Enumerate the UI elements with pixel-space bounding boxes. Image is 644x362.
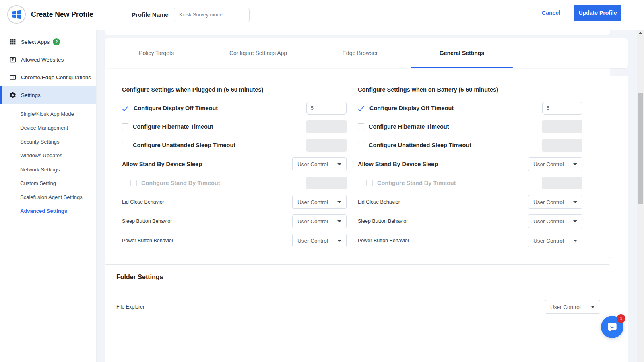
sidebar-item-custom-setting[interactable]: Custom Setting xyxy=(0,177,96,191)
standby-timeout-input xyxy=(542,177,582,189)
tab-configure-settings-app[interactable]: Configure Settings App xyxy=(207,38,309,68)
sidebar-item-select-apps[interactable]: Select Apps 2 xyxy=(0,33,96,51)
column-heading: Configure Settings when Plugged In (5-60… xyxy=(122,86,347,93)
checkbox-disabled xyxy=(366,180,373,186)
display-settings-section: Display Settings Configure Display Setti… xyxy=(105,40,610,258)
chat-notification-badge: 1 xyxy=(617,314,625,323)
unattended-sleep-timeout-input xyxy=(542,139,582,152)
on-battery-column: Configure Settings when on Battery (5-60… xyxy=(358,86,582,253)
sidebar-item-allowed-websites[interactable]: Allowed Websites xyxy=(0,51,96,68)
folder-settings-section: Folder Settings File Explorer User Contr… xyxy=(105,264,610,362)
hibernate-timeout-input xyxy=(542,120,582,133)
allow-standby-dropdown[interactable]: User Control xyxy=(292,157,347,171)
sidebar-item-label: Chrome/Edge Configurations xyxy=(21,74,91,80)
sidebar-item-security-settings[interactable]: Security Settings xyxy=(0,135,96,149)
setting-label: Allow Stand By Device Sleep xyxy=(358,161,438,167)
settings-submenu: Single/Kiosk App Mode Device Management … xyxy=(0,104,96,218)
sidebar-item-windows-updates[interactable]: Windows Updates xyxy=(0,149,96,163)
unattended-sleep-timeout-row: Configure Unattended Sleep Timeout xyxy=(122,139,347,152)
column-heading: Configure Settings when on Battery (5-60… xyxy=(358,86,582,93)
lid-close-dropdown[interactable]: User Control xyxy=(292,195,347,209)
sidebar-item-network-settings[interactable]: Network Settings xyxy=(0,162,96,177)
lid-close-row: Lid Close Behavior User Control xyxy=(358,195,582,209)
setting-label: Power Button Behavior xyxy=(122,238,173,243)
scroll-up-arrow-icon[interactable] xyxy=(639,32,642,34)
power-button-dropdown[interactable]: User Control xyxy=(528,234,582,247)
profile-name-label: Profile Name xyxy=(132,11,169,18)
display-off-timeout-row: Configure Display Off Timeout xyxy=(358,102,582,115)
checkbox-unchecked[interactable] xyxy=(122,142,128,148)
box-arrow-up-icon xyxy=(9,56,17,64)
sidebar-item-single-kiosk-app-mode[interactable]: Single/Kiosk App Mode xyxy=(0,107,96,121)
select-apps-count-badge: 2 xyxy=(53,38,60,45)
display-off-timeout-row: Configure Display Off Timeout xyxy=(122,102,347,115)
sidebar-item-device-management[interactable]: Device Management xyxy=(0,121,96,135)
checkbox-checked-icon[interactable] xyxy=(121,105,129,112)
display-off-timeout-input[interactable] xyxy=(542,102,582,115)
setting-label: Sleep Button Behavior xyxy=(358,218,408,224)
chevron-down-icon xyxy=(573,220,577,222)
chevron-down-icon xyxy=(337,163,341,165)
chevron-down-icon xyxy=(573,240,577,242)
checkbox-unchecked[interactable] xyxy=(122,123,128,130)
power-button-row: Power Button Behavior User Control xyxy=(122,234,347,247)
cancel-button[interactable]: Cancel xyxy=(542,10,560,16)
update-profile-button[interactable]: Update Profile xyxy=(574,5,621,21)
checkbox-label: Configure Unattended Sleep Timeout xyxy=(133,142,235,148)
windows-logo-icon xyxy=(7,5,26,24)
chevron-down-icon xyxy=(337,220,341,222)
section-title: Folder Settings xyxy=(116,274,599,281)
file-explorer-row: File Explorer User Control xyxy=(116,300,599,314)
power-button-dropdown[interactable]: User Control xyxy=(292,234,347,247)
lid-close-row: Lid Close Behavior User Control xyxy=(122,195,347,209)
sidebar-item-label: Settings xyxy=(21,92,41,98)
standby-timeout-row: Configure Stand By Timeout xyxy=(122,177,347,189)
setting-label: Lid Close Behavior xyxy=(358,199,400,205)
gear-icon xyxy=(9,91,17,99)
display-off-timeout-input[interactable] xyxy=(306,102,347,115)
checkbox-unchecked[interactable] xyxy=(358,142,364,148)
checkbox-label: Configure Stand By Timeout xyxy=(377,180,456,186)
standby-timeout-row: Configure Stand By Timeout xyxy=(358,177,582,189)
collapse-icon[interactable]: − xyxy=(85,91,88,99)
checkbox-label: Configure Stand By Timeout xyxy=(141,180,220,186)
sleep-button-dropdown[interactable]: User Control xyxy=(292,214,347,228)
checkbox-unchecked[interactable] xyxy=(358,123,364,130)
scrollbar-thumb[interactable] xyxy=(638,93,643,204)
plugged-in-column: Configure Settings when Plugged In (5-60… xyxy=(122,86,347,253)
page-title: Create New Profile xyxy=(31,10,93,19)
checkbox-disabled xyxy=(130,180,137,186)
hibernate-timeout-row: Configure Hibernate Timeout xyxy=(358,120,582,133)
sidebar-item-label: Select Apps xyxy=(21,39,50,45)
tab-bar: Policy Targets Configure Settings App Ed… xyxy=(105,38,628,68)
chevron-down-icon xyxy=(337,201,341,203)
standby-timeout-input xyxy=(306,177,347,189)
file-explorer-dropdown[interactable]: User Control xyxy=(545,300,600,314)
sidebar-item-scalefusion-agent-settings[interactable]: Scalefusion Agent Settings xyxy=(0,190,96,204)
tab-edge-browser[interactable]: Edge Browser xyxy=(309,38,411,68)
checkbox-label: Configure Display Off Timeout xyxy=(134,105,218,111)
sidebar-item-label: Allowed Websites xyxy=(21,57,64,63)
apps-grid-icon xyxy=(9,38,17,46)
allow-standby-row: Allow Stand By Device Sleep User Control xyxy=(358,157,582,171)
sleep-button-dropdown[interactable]: User Control xyxy=(528,214,582,228)
chevron-down-icon xyxy=(573,201,577,203)
tab-general-settings[interactable]: General Settings xyxy=(411,38,513,68)
allow-standby-dropdown[interactable]: User Control xyxy=(528,157,582,171)
allow-standby-row: Allow Stand By Device Sleep User Control xyxy=(122,157,347,171)
sidebar-item-advanced-settings[interactable]: Advanced Settings xyxy=(0,204,96,218)
tab-policy-targets[interactable]: Policy Targets xyxy=(105,38,207,68)
profile-name-input[interactable] xyxy=(174,8,250,22)
previous-section-card-edge xyxy=(105,30,610,35)
sidebar-item-chrome-edge-configurations[interactable]: Chrome/Edge Configurations xyxy=(0,68,96,86)
active-tab-underline xyxy=(411,67,513,68)
sidebar-item-settings[interactable]: Settings − xyxy=(0,86,96,104)
top-header: Create New Profile Profile Name Cancel U… xyxy=(0,0,644,30)
sleep-button-row: Sleep Button Behavior User Control xyxy=(358,214,582,228)
setting-label: Sleep Button Behavior xyxy=(122,218,172,224)
sidebar: Select Apps 2 Allowed Websites Chrome/Ed… xyxy=(0,30,97,362)
checkbox-checked-icon[interactable] xyxy=(357,105,365,112)
chevron-down-icon xyxy=(573,163,577,165)
vertical-scrollbar[interactable] xyxy=(637,30,644,362)
lid-close-dropdown[interactable]: User Control xyxy=(528,195,582,209)
